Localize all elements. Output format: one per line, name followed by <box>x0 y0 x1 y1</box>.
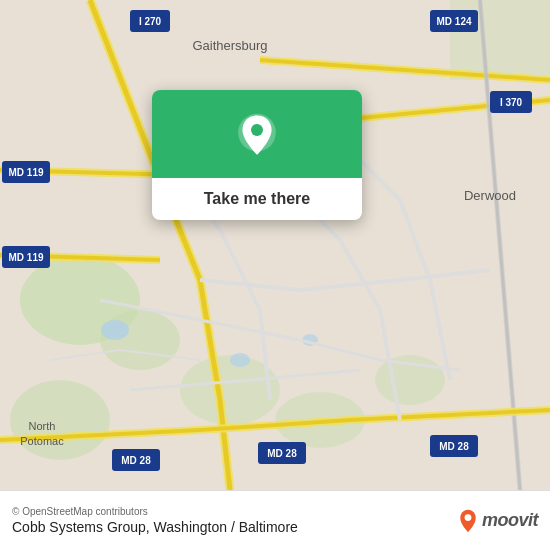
footer-left: © OpenStreetMap contributors Cobb System… <box>12 506 298 535</box>
svg-text:MD 119: MD 119 <box>8 167 43 178</box>
svg-text:MD 28: MD 28 <box>267 448 297 459</box>
osm-credit: © OpenStreetMap contributors <box>12 506 298 517</box>
footer-bar: © OpenStreetMap contributors Cobb System… <box>0 490 550 550</box>
svg-text:I 270: I 270 <box>139 16 162 27</box>
svg-point-32 <box>251 124 263 136</box>
svg-text:Derwood: Derwood <box>464 188 516 203</box>
take-me-there-button[interactable]: Take me there <box>188 178 326 220</box>
svg-text:MD 28: MD 28 <box>439 441 469 452</box>
svg-text:MD 28: MD 28 <box>121 455 151 466</box>
location-title: Cobb Systems Group, Washington / Baltimo… <box>12 519 298 535</box>
moovit-text: moovit <box>482 510 538 531</box>
svg-point-6 <box>10 380 110 460</box>
svg-text:Gaithersburg: Gaithersburg <box>192 38 267 53</box>
svg-text:MD 124: MD 124 <box>436 16 471 27</box>
take-me-there-card: Take me there <box>152 90 362 220</box>
svg-text:I 370: I 370 <box>500 97 523 108</box>
svg-point-33 <box>465 514 472 521</box>
svg-point-9 <box>230 353 250 367</box>
card-green-area <box>152 90 362 178</box>
map-container: I 270 MD 124 MD 119 MD 119 I 370 MD 28 M… <box>0 0 550 490</box>
svg-text:MD 119: MD 119 <box>8 252 43 263</box>
moovit-logo: moovit <box>458 509 538 533</box>
moovit-pin-icon <box>458 509 478 533</box>
svg-text:North: North <box>29 420 56 432</box>
svg-text:Potomac: Potomac <box>20 435 64 447</box>
svg-point-2 <box>100 310 180 370</box>
location-pin-icon <box>233 112 281 160</box>
svg-point-8 <box>101 320 129 340</box>
